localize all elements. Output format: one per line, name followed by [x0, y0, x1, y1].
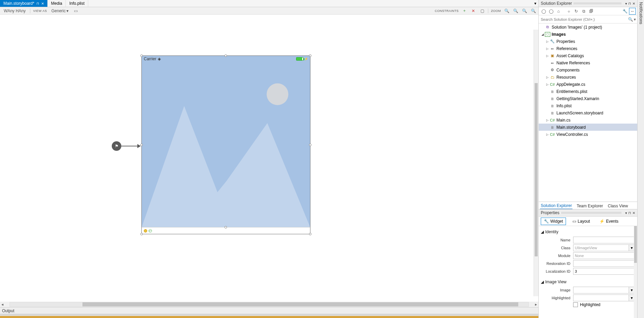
designer-canvas[interactable]: ⚑ Carrier ◈ ⚡	[0, 15, 538, 302]
add-constraint-icon[interactable]: ＋	[461, 8, 467, 14]
tab-label: Info.plist	[69, 1, 85, 6]
expand-icon[interactable]: ▷	[545, 83, 550, 86]
expand-icon[interactable]: ▷	[545, 47, 550, 50]
tab-events[interactable]: ⚡Events	[596, 218, 622, 225]
size-class-selector[interactable]: WAny HAny	[2, 8, 27, 14]
resize-handle[interactable]	[225, 54, 227, 57]
tree-node[interactable]: ▷▣Asset Catalogs	[539, 52, 637, 59]
expand-icon[interactable]: ▷	[545, 76, 550, 79]
panel-menu-icon[interactable]: ▾	[625, 2, 627, 5]
resize-handle[interactable]	[309, 144, 311, 146]
home-icon[interactable]: ⌂	[555, 8, 562, 15]
search-input[interactable]	[540, 17, 628, 22]
tree-node[interactable]: ▷⚙Components	[539, 66, 637, 74]
resize-handle[interactable]	[140, 233, 143, 235]
sync-icon[interactable]: ⟐	[565, 8, 572, 15]
tree-node[interactable]: ▷🗎LaunchScreen.storyboard	[539, 109, 637, 116]
collapse-icon[interactable]: ⧉	[580, 8, 587, 15]
pin-icon[interactable]: ⊓	[628, 211, 631, 215]
properties-icon[interactable]: 🔧	[622, 8, 628, 15]
tree-node[interactable]: ▷🗎GettingStarted.Xamarin	[539, 95, 637, 102]
expand-icon[interactable]: ▷	[545, 133, 550, 136]
notifications-sidebar[interactable]: Notifications	[637, 0, 644, 318]
search-icon[interactable]: 🔍	[628, 17, 633, 22]
highlighted-field[interactable]	[573, 295, 629, 301]
horizontal-scrollbar[interactable]: ◂ ▸	[0, 302, 538, 307]
tree-node[interactable]: ▷🗎Main.storyboard	[539, 124, 637, 131]
tree-node[interactable]: ▷▪▪References	[539, 45, 637, 52]
tab-main-storyboard[interactable]: Main.storyboard* ⊓ ✕	[0, 0, 48, 7]
resize-handle[interactable]	[225, 226, 227, 228]
name-field[interactable]	[573, 237, 634, 243]
show-all-icon[interactable]: 🗐	[588, 8, 595, 15]
pin-icon[interactable]: ⊓	[628, 2, 631, 5]
image-field[interactable]	[573, 287, 629, 293]
first-responder-icon[interactable]: ↩	[149, 229, 152, 233]
tree-node[interactable]: ◢▢Images	[539, 31, 637, 38]
tree-node[interactable]: ▷▪▪Native References	[539, 59, 637, 66]
forward-icon[interactable]: ◯	[548, 8, 554, 15]
tab-media[interactable]: Media	[48, 0, 66, 7]
close-icon[interactable]: ✕	[632, 2, 635, 5]
scroll-left-icon[interactable]: ◂	[0, 302, 5, 307]
search-dropdown-icon[interactable]: ▾	[634, 17, 636, 22]
section-image-view[interactable]: ◢Image View	[541, 278, 634, 286]
tree-node[interactable]: ▷🗀Resources	[539, 74, 637, 81]
orientation-toggle-icon[interactable]: ▭	[73, 8, 79, 14]
tree-node[interactable]: ▷🗎Info.plist	[539, 102, 637, 109]
resize-handle[interactable]	[309, 233, 311, 235]
solution-explorer-title[interactable]: Solution Explorer ▾ ⊓ ✕	[539, 0, 637, 7]
view-as-label: VIEW AS	[33, 9, 47, 13]
class-field[interactable]	[573, 244, 629, 251]
tree-node[interactable]: ▷C#Main.cs	[539, 116, 637, 124]
output-panel-header[interactable]: Output	[0, 307, 538, 314]
restoration-id-field[interactable]	[573, 260, 634, 267]
preview-icon[interactable]: ↔	[629, 8, 636, 15]
zoom-in-icon[interactable]: 🔍	[521, 8, 527, 14]
scroll-thumb[interactable]	[82, 302, 518, 306]
view-controller-icon[interactable]	[144, 229, 147, 233]
zoom-out-icon[interactable]: 🔍	[504, 8, 510, 14]
scroll-right-icon[interactable]: ▸	[534, 302, 538, 307]
close-icon[interactable]: ✕	[41, 2, 44, 5]
tree-node[interactable]: ▷⧉Solution 'Images' (1 project)	[539, 23, 637, 31]
tree-node[interactable]: ▷C#AppDelegate.cs	[539, 81, 637, 88]
resize-handle[interactable]	[140, 54, 143, 57]
resize-handle[interactable]	[309, 54, 311, 57]
tree-node[interactable]: ▷🔧Properties	[539, 38, 637, 45]
zoom-fit-icon[interactable]: 🔍	[512, 8, 519, 14]
frame-rect-icon[interactable]: ▢	[479, 8, 485, 14]
properties-title[interactable]: Properties ▾ ⊓ ✕	[539, 209, 637, 217]
section-identity[interactable]: ◢Identity	[541, 228, 634, 236]
expand-icon[interactable]: ◢	[540, 33, 545, 36]
remove-constraint-icon[interactable]: ✕	[470, 8, 476, 14]
panel-menu-icon[interactable]: ▾	[625, 211, 627, 215]
expand-icon[interactable]: ▷	[545, 40, 550, 43]
tree-node[interactable]: ▷C#ViewController.cs	[539, 131, 637, 138]
view-as-selector[interactable]: Generic▾	[50, 8, 70, 14]
localization-id-field[interactable]	[573, 268, 634, 275]
properties-scrollbar[interactable]	[634, 226, 637, 318]
zoom-actual-icon[interactable]: 🔍	[530, 8, 536, 14]
tab-info-plist[interactable]: Info.plist	[66, 0, 88, 7]
module-field[interactable]	[573, 252, 634, 259]
pin-icon[interactable]: ⊓	[36, 2, 39, 5]
expand-icon[interactable]: ▷	[545, 54, 550, 58]
tab-layout[interactable]: ▭Layout	[569, 218, 593, 225]
resize-handle[interactable]	[140, 144, 143, 146]
tab-class-view[interactable]: Class View	[607, 203, 629, 209]
tree-node[interactable]: ▷🗎Entitlements.plist	[539, 88, 637, 95]
tab-widget[interactable]: 🔧Widget	[541, 218, 566, 225]
vertical-scrollbar[interactable]	[534, 30, 538, 296]
back-icon[interactable]: ◯	[540, 8, 547, 15]
close-icon[interactable]: ✕	[632, 211, 635, 215]
refresh-icon[interactable]: ↻	[573, 8, 580, 15]
uiimageview[interactable]	[142, 62, 310, 227]
tab-solution-explorer[interactable]: Solution Explorer	[540, 203, 572, 209]
tab-team-explorer[interactable]: Team Explorer	[576, 203, 603, 209]
initial-view-controller-indicator[interactable]: ⚑	[112, 141, 140, 151]
view-controller-scene[interactable]: Carrier ◈ ⚡	[141, 55, 310, 234]
expand-icon[interactable]: ▷	[545, 118, 550, 122]
highlighted-checkbox[interactable]	[573, 302, 578, 307]
tab-overflow-button[interactable]: ▾	[532, 0, 538, 7]
